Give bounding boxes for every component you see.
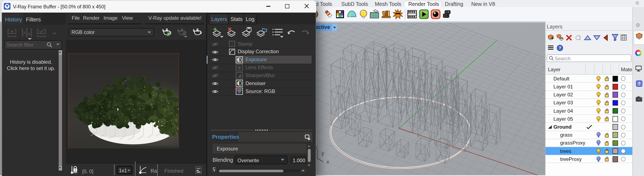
svg-text:?: ?: [638, 81, 640, 86]
svg-text:i: i: [232, 42, 233, 46]
svg-text:A: A: [23, 31, 26, 35]
svg-text:?: ?: [559, 45, 562, 50]
svg-text:B: B: [28, 32, 30, 36]
